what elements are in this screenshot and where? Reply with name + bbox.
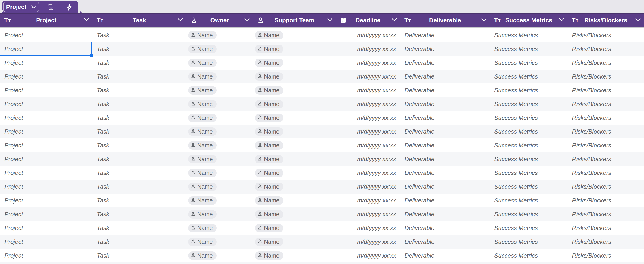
cell-task[interactable]: Task <box>92 111 186 125</box>
cell-task[interactable]: Task <box>92 42 186 56</box>
person-chip[interactable]: Name <box>188 128 217 136</box>
person-chip[interactable]: Name <box>255 196 283 205</box>
cell-deliverable[interactable]: Deliverable <box>400 138 490 152</box>
cell-deadline[interactable]: m/d/yyyy xx:xx <box>336 125 400 138</box>
cell-project[interactable]: Project <box>0 97 92 111</box>
cell-risks_blockers[interactable]: Risks/Blockers <box>568 180 644 194</box>
cell-risks_blockers[interactable]: Risks/Blockers <box>568 235 644 249</box>
cell-task[interactable]: Task <box>92 207 186 221</box>
cell-deadline[interactable]: m/d/yyyy xx:xx <box>336 28 400 42</box>
person-chip[interactable]: Name <box>255 210 283 219</box>
person-chip[interactable]: Name <box>188 182 217 191</box>
cell-deadline[interactable]: m/d/yyyy xx:xx <box>336 138 400 152</box>
cell-deadline[interactable]: m/d/yyyy xx:xx <box>336 249 400 263</box>
cell-deadline[interactable]: m/d/yyyy xx:xx <box>336 97 400 111</box>
cell-task[interactable]: Task <box>92 152 186 166</box>
cell-task[interactable]: Task <box>92 83 186 97</box>
cell-success_metrics[interactable]: Success Metrics <box>490 125 568 138</box>
cell-owner[interactable]: Name <box>186 138 253 152</box>
cell-deadline[interactable]: m/d/yyyy xx:xx <box>336 166 400 180</box>
cell-success_metrics[interactable]: Success Metrics <box>490 249 568 263</box>
cell-owner[interactable]: Name <box>186 180 253 194</box>
cell-owner[interactable]: Name <box>186 194 253 207</box>
person-chip[interactable]: Name <box>255 128 283 136</box>
person-chip[interactable]: Name <box>255 86 283 95</box>
cell-project[interactable]: Project <box>0 83 92 97</box>
cell-deadline[interactable]: m/d/yyyy xx:xx <box>336 180 400 194</box>
chevron-down-icon[interactable] <box>178 18 183 22</box>
cell-risks_blockers[interactable]: Risks/Blockers <box>568 194 644 207</box>
cell-deliverable[interactable]: Deliverable <box>400 83 490 97</box>
cell-deliverable[interactable]: Deliverable <box>400 56 490 70</box>
cell-deliverable[interactable]: Deliverable <box>400 194 490 207</box>
cell-owner[interactable]: Name <box>186 235 253 249</box>
cell-deadline[interactable]: m/d/yyyy xx:xx <box>336 152 400 166</box>
person-chip[interactable]: Name <box>255 169 283 177</box>
person-chip[interactable]: Name <box>188 114 217 122</box>
cell-project[interactable]: Project <box>0 56 92 70</box>
cell-task[interactable]: Task <box>92 166 186 180</box>
cell-owner[interactable]: Name <box>186 221 253 235</box>
cell-risks_blockers[interactable]: Risks/Blockers <box>568 221 644 235</box>
automation-button[interactable] <box>60 1 78 13</box>
chevron-down-icon[interactable] <box>635 18 641 22</box>
person-chip[interactable]: Name <box>255 238 283 246</box>
cell-success_metrics[interactable]: Success Metrics <box>490 194 568 207</box>
cell-success_metrics[interactable]: Success Metrics <box>490 138 568 152</box>
cell-success_metrics[interactable]: Success Metrics <box>490 111 568 125</box>
cell-support_team[interactable]: Name <box>253 207 336 221</box>
cell-risks_blockers[interactable]: Risks/Blockers <box>568 83 644 97</box>
cell-deliverable[interactable]: Deliverable <box>400 166 490 180</box>
sheet-tab-project[interactable]: Project <box>2 1 41 13</box>
cell-success_metrics[interactable]: Success Metrics <box>490 97 568 111</box>
cell-support_team[interactable]: Name <box>253 194 336 207</box>
cell-owner[interactable]: Name <box>186 249 253 263</box>
cell-support_team[interactable]: Name <box>253 42 336 56</box>
cell-risks_blockers[interactable]: Risks/Blockers <box>568 97 644 111</box>
cell-risks_blockers[interactable]: Risks/Blockers <box>568 42 644 56</box>
person-chip[interactable]: Name <box>255 45 283 53</box>
person-chip[interactable]: Name <box>255 182 283 191</box>
cell-deadline[interactable]: m/d/yyyy xx:xx <box>336 111 400 125</box>
person-chip[interactable]: Name <box>255 155 283 163</box>
cell-risks_blockers[interactable]: Risks/Blockers <box>568 70 644 83</box>
cell-risks_blockers[interactable]: Risks/Blockers <box>568 56 644 70</box>
cell-deliverable[interactable]: Deliverable <box>400 70 490 83</box>
cell-support_team[interactable]: Name <box>253 56 336 70</box>
cell-support_team[interactable]: Name <box>253 97 336 111</box>
person-chip[interactable]: Name <box>255 141 283 150</box>
person-chip[interactable]: Name <box>188 45 217 53</box>
cell-task[interactable]: Task <box>92 70 186 83</box>
cell-deliverable[interactable]: Deliverable <box>400 207 490 221</box>
person-chip[interactable]: Name <box>255 31 283 39</box>
person-chip[interactable]: Name <box>255 114 283 122</box>
cell-risks_blockers[interactable]: Risks/Blockers <box>568 111 644 125</box>
cell-deliverable[interactable]: Deliverable <box>400 42 490 56</box>
cell-support_team[interactable]: Name <box>253 249 336 263</box>
cell-success_metrics[interactable]: Success Metrics <box>490 152 568 166</box>
cell-support_team[interactable]: Name <box>253 83 336 97</box>
cell-owner[interactable]: Name <box>186 111 253 125</box>
cell-task[interactable]: Task <box>92 56 186 70</box>
cell-project[interactable]: Project <box>0 194 92 207</box>
cell-support_team[interactable]: Name <box>253 111 336 125</box>
person-chip[interactable]: Name <box>188 86 217 95</box>
cell-project[interactable]: Project <box>0 152 92 166</box>
cell-task[interactable]: Task <box>92 28 186 42</box>
cell-project[interactable]: Project <box>0 125 92 138</box>
chevron-down-icon[interactable] <box>481 18 487 22</box>
cell-success_metrics[interactable]: Success Metrics <box>490 42 568 56</box>
column-header-owner[interactable]: Owner <box>186 13 253 27</box>
duplicate-table-button[interactable] <box>41 1 60 13</box>
cell-owner[interactable]: Name <box>186 28 253 42</box>
cell-success_metrics[interactable]: Success Metrics <box>490 180 568 194</box>
cell-risks_blockers[interactable]: Risks/Blockers <box>568 207 644 221</box>
cell-support_team[interactable]: Name <box>253 166 336 180</box>
cell-task[interactable]: Task <box>92 221 186 235</box>
person-chip[interactable]: Name <box>188 169 217 177</box>
fill-handle[interactable] <box>90 54 93 57</box>
cell-task[interactable]: Task <box>92 125 186 138</box>
column-header-support_team[interactable]: Support Team <box>253 13 336 27</box>
column-header-deadline[interactable]: Deadline <box>336 13 400 27</box>
person-chip[interactable]: Name <box>255 72 283 81</box>
